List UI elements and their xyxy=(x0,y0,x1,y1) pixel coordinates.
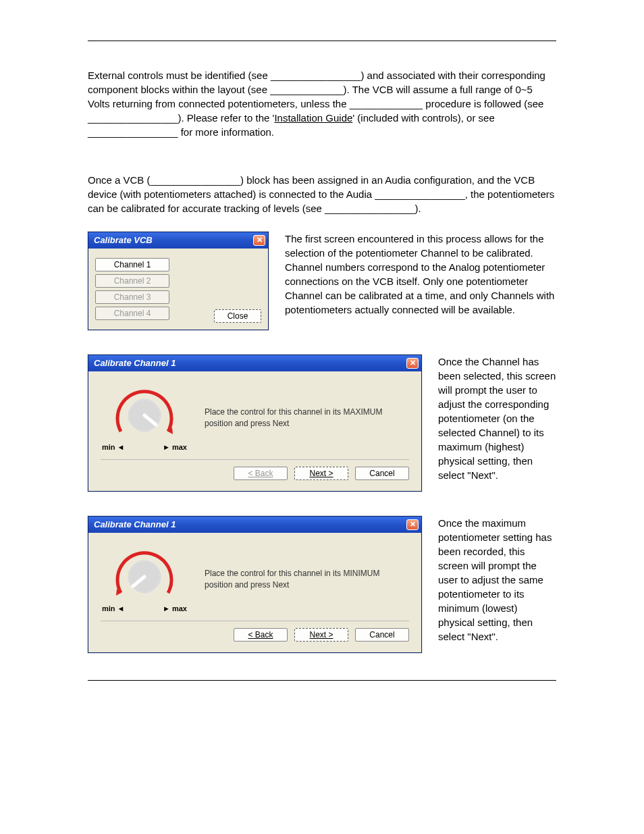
blank: _____________ xyxy=(350,98,423,109)
installation-guide-link[interactable]: Installation Guide xyxy=(274,112,352,124)
instruction-text: Place the control for this channel in it… xyxy=(205,407,409,429)
blank: ________________ xyxy=(88,126,178,138)
channel-4-button: Channel 4 xyxy=(95,307,169,320)
max-label: ► max xyxy=(163,604,187,614)
close-icon[interactable]: ✕ xyxy=(253,235,265,246)
knob-icon xyxy=(107,544,182,605)
cancel-button[interactable]: Cancel xyxy=(355,467,409,480)
text: Once a VCB ( xyxy=(88,174,151,186)
close-icon[interactable]: ✕ xyxy=(406,519,419,530)
text: procedure is followed (see xyxy=(423,98,543,109)
separator xyxy=(101,621,409,621)
close-icon[interactable]: ✕ xyxy=(406,358,419,369)
blank: ________________ xyxy=(271,70,360,81)
bottom-rule xyxy=(88,680,556,681)
top-rule xyxy=(88,41,556,41)
dialog-title: Calibrate VCB xyxy=(94,234,153,246)
text: ). xyxy=(415,203,421,214)
titlebar[interactable]: Calibrate Channel 1 ✕ xyxy=(88,517,421,533)
blank: ________________ xyxy=(375,188,464,200)
close-button[interactable]: Close xyxy=(214,309,261,323)
text: for more information. xyxy=(178,126,274,138)
min-label: min ◄ xyxy=(102,442,125,452)
intro-paragraph: External controls must be identified (se… xyxy=(88,68,556,139)
channel-3-button: Channel 3 xyxy=(95,290,169,304)
channel-1-button[interactable]: Channel 1 xyxy=(95,258,169,271)
dlg3-description: Once the maximum potentiometer setting h… xyxy=(438,516,556,644)
titlebar[interactable]: Calibrate Channel 1 ✕ xyxy=(88,355,421,371)
cancel-button[interactable]: Cancel xyxy=(355,628,409,642)
knob-graphic-min: min ◄ ► max xyxy=(101,544,188,614)
separator xyxy=(101,459,409,460)
max-label: ► max xyxy=(163,442,187,452)
knob-icon xyxy=(107,383,182,444)
back-button: < Back xyxy=(234,467,288,480)
calibrate-channel-max-dialog: Calibrate Channel 1 ✕ min ◄ ► max xyxy=(88,355,422,492)
blank: ________________ xyxy=(151,174,240,186)
dialog-title: Calibrate Channel 1 xyxy=(94,519,176,531)
calibrate-vcb-dialog: Calibrate VCB ✕ Channel 1 Channel 2 Chan… xyxy=(88,232,269,330)
min-label: min ◄ xyxy=(102,604,125,614)
dialog-title: Calibrate Channel 1 xyxy=(94,357,176,369)
calibrate-channel-min-dialog: Calibrate Channel 1 ✕ min ◄ ► max xyxy=(88,516,422,653)
text: ). Please refer to the ' xyxy=(178,112,274,124)
next-button[interactable]: Next > xyxy=(294,628,348,642)
channel-2-button: Channel 2 xyxy=(95,274,169,288)
blank: ________________ xyxy=(325,203,414,214)
dlg2-description: Once the Channel has been selected, this… xyxy=(438,355,556,482)
blank: _____________ xyxy=(270,84,343,95)
dlg1-description: The first screen encountered in this pro… xyxy=(285,232,556,317)
titlebar[interactable]: Calibrate VCB ✕ xyxy=(88,232,268,249)
back-button[interactable]: < Back xyxy=(234,628,288,642)
blank: ________________ xyxy=(88,112,178,124)
text: ' (included with controls), or see xyxy=(352,112,494,124)
calibrate-intro-paragraph: Once a VCB (________________) block has … xyxy=(88,173,556,215)
next-button[interactable]: Next > xyxy=(294,467,348,480)
text: External controls must be identified (se… xyxy=(88,70,271,81)
knob-graphic-max: min ◄ ► max xyxy=(101,383,188,452)
instruction-text: Place the control for this channel in it… xyxy=(205,568,409,591)
